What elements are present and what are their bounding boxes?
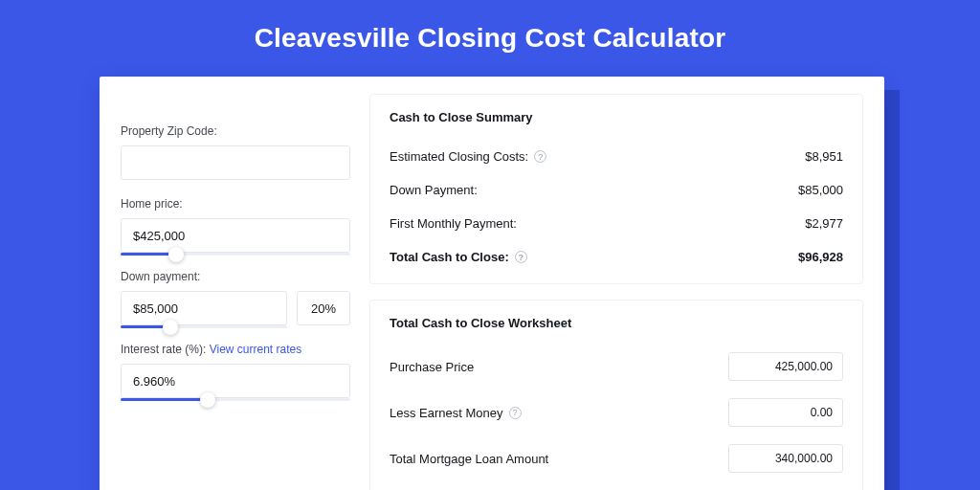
summary-title: Cash to Close Summary — [390, 110, 843, 124]
worksheet-row: Total Mortgage Loan Amount — [390, 435, 843, 481]
interest-rate-input[interactable] — [121, 364, 350, 398]
down-payment-field: Down payment: 20% — [121, 270, 350, 325]
slider-thumb[interactable] — [168, 247, 184, 262]
worksheet-row-label: Less Earnest Money — [390, 406, 503, 420]
help-icon[interactable]: ? — [515, 251, 527, 263]
help-icon[interactable]: ? — [534, 150, 546, 163]
view-current-rates-link[interactable]: View current rates — [210, 343, 302, 356]
zip-label: Property Zip Code: — [121, 124, 350, 138]
inputs-column: Property Zip Code: Home price: Down paym… — [121, 94, 350, 490]
summary-row: First Monthly Payment: $2,977 — [390, 207, 843, 240]
summary-row: Estimated Closing Costs: ? $8,951 — [390, 140, 843, 173]
slider-fill — [121, 398, 208, 401]
summary-row-label: Down Payment: — [390, 183, 478, 197]
down-payment-pct[interactable]: 20% — [297, 291, 350, 325]
slider-thumb[interactable] — [200, 392, 215, 408]
worksheet-row: Purchase Price — [390, 344, 843, 390]
interest-rate-label-text: Interest rate (%): — [121, 343, 206, 356]
home-price-slider[interactable] — [121, 218, 350, 253]
summary-row-label: Estimated Closing Costs: — [390, 149, 528, 164]
summary-row: Down Payment: $85,000 — [390, 173, 843, 207]
home-price-input[interactable] — [121, 218, 350, 253]
interest-rate-label: Interest rate (%): View current rates — [121, 343, 350, 356]
worksheet-panel: Total Cash to Close Worksheet Purchase P… — [369, 300, 863, 490]
zip-input[interactable] — [121, 145, 350, 180]
zip-field: Property Zip Code: — [121, 124, 350, 180]
down-payment-slider[interactable] — [121, 291, 287, 325]
summary-total-label: Total Cash to Close: — [390, 250, 509, 264]
home-price-field: Home price: — [121, 197, 350, 253]
mortgage-loan-input[interactable] — [728, 444, 843, 473]
summary-row-value: $8,951 — [805, 149, 843, 164]
interest-rate-field: Interest rate (%): View current rates — [121, 343, 350, 398]
worksheet-row-label: Total Mortgage Loan Amount — [390, 452, 548, 466]
summary-panel: Cash to Close Summary Estimated Closing … — [369, 94, 863, 284]
earnest-money-input[interactable] — [728, 398, 843, 427]
home-price-label: Home price: — [121, 197, 350, 211]
calculator-card: Property Zip Code: Home price: Down paym… — [100, 77, 884, 490]
worksheet-row: Total Second Mortgage Amount ? — [390, 481, 843, 490]
worksheet-row-label: Purchase Price — [390, 360, 474, 374]
down-payment-label: Down payment: — [121, 270, 350, 283]
results-column: Cash to Close Summary Estimated Closing … — [369, 94, 863, 490]
worksheet-title: Total Cash to Close Worksheet — [390, 316, 843, 330]
help-icon[interactable]: ? — [509, 407, 522, 419]
interest-rate-slider[interactable] — [121, 364, 350, 398]
summary-row-label: First Monthly Payment: — [390, 216, 517, 231]
summary-total-row: Total Cash to Close: ? $96,928 — [390, 240, 843, 274]
summary-row-value: $85,000 — [798, 183, 843, 197]
summary-total-value: $96,928 — [798, 250, 843, 264]
slider-thumb[interactable] — [163, 320, 178, 335]
summary-row-value: $2,977 — [805, 216, 843, 231]
page-title: Cleavesville Closing Cost Calculator — [0, 0, 980, 73]
purchase-price-input[interactable] — [728, 352, 843, 381]
down-payment-input[interactable] — [121, 291, 287, 325]
worksheet-row: Less Earnest Money ? — [390, 390, 843, 435]
